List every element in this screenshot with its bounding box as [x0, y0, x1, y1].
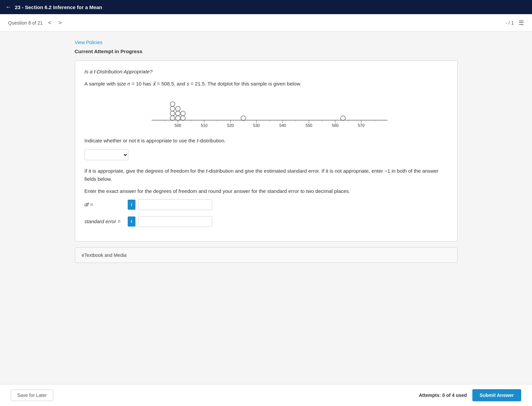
df-input[interactable] — [138, 199, 212, 210]
top-bar: ← 23 - Section 6.2 Inference for a Mean — [0, 0, 532, 14]
svg-text:530: 530 — [253, 123, 259, 128]
paragraph1: If it is appropriate, give the degrees o… — [85, 167, 448, 183]
df-label: df = — [85, 202, 125, 207]
svg-point-27 — [170, 111, 175, 116]
se-label: standard error = — [85, 218, 125, 224]
prev-question-button[interactable]: < — [46, 19, 53, 27]
dotplot-svg: 500 510 520 530 540 550 560 570 — [131, 93, 401, 130]
question-box: Is a t-Distribution Appropriate? A sampl… — [75, 60, 458, 241]
question-subtitle: Is a t-Distribution Appropriate? — [85, 69, 448, 74]
paragraph2: Enter the exact answer for the degrees o… — [85, 187, 448, 195]
question-nav-right: - / 1 ☰ — [506, 19, 524, 27]
se-input[interactable] — [138, 216, 212, 227]
page-title: 23 - Section 6.2 Inference for a Mean — [15, 4, 102, 10]
svg-point-26 — [170, 116, 175, 121]
question-nav-left: Question 8 of 21 < > — [8, 19, 64, 27]
etextbook-label: eTextbook and Media — [82, 252, 127, 258]
svg-text:520: 520 — [227, 123, 233, 128]
svg-text:510: 510 — [200, 123, 207, 128]
svg-text:560: 560 — [332, 123, 338, 128]
svg-point-34 — [181, 111, 185, 116]
svg-point-32 — [176, 106, 180, 111]
next-question-button[interactable]: > — [57, 19, 64, 27]
svg-point-29 — [170, 102, 175, 106]
svg-text:550: 550 — [305, 123, 312, 128]
etextbook-bar[interactable]: eTextbook and Media — [75, 247, 458, 263]
view-policies-link[interactable]: View Policies — [75, 40, 458, 45]
svg-point-33 — [181, 116, 185, 121]
question-nav: Question 8 of 21 < > - / 1 ☰ — [0, 14, 532, 32]
dotplot-container: 500 510 520 530 540 550 560 570 — [85, 93, 448, 130]
svg-text:570: 570 — [357, 123, 364, 128]
svg-point-31 — [176, 111, 180, 116]
svg-text:500: 500 — [174, 123, 181, 128]
svg-text:540: 540 — [279, 123, 286, 128]
back-arrow-icon[interactable]: ← — [5, 4, 11, 11]
score-display: - / 1 — [506, 20, 514, 26]
menu-icon[interactable]: ☰ — [519, 19, 524, 27]
se-info-button[interactable]: i — [128, 216, 136, 227]
question-text: A sample with size n = 10 has x̄ = 508.5… — [85, 80, 448, 88]
question-label: Question 8 of 21 — [8, 20, 43, 26]
svg-point-36 — [341, 116, 345, 121]
se-row: standard error = i — [85, 216, 448, 227]
svg-point-28 — [170, 106, 175, 111]
indicate-text: Indicate whether or not it is appropriat… — [85, 137, 448, 145]
df-row: df = i — [85, 199, 448, 210]
df-info-button[interactable]: i — [128, 200, 136, 210]
svg-point-35 — [241, 116, 246, 121]
main-content: View Policies Current Attempt in Progres… — [64, 32, 468, 276]
current-attempt-label: Current Attempt in Progress — [75, 48, 458, 54]
dropdown-container: Yes No — [85, 149, 448, 160]
svg-point-30 — [176, 116, 180, 121]
t-distribution-select[interactable]: Yes No — [85, 149, 128, 160]
